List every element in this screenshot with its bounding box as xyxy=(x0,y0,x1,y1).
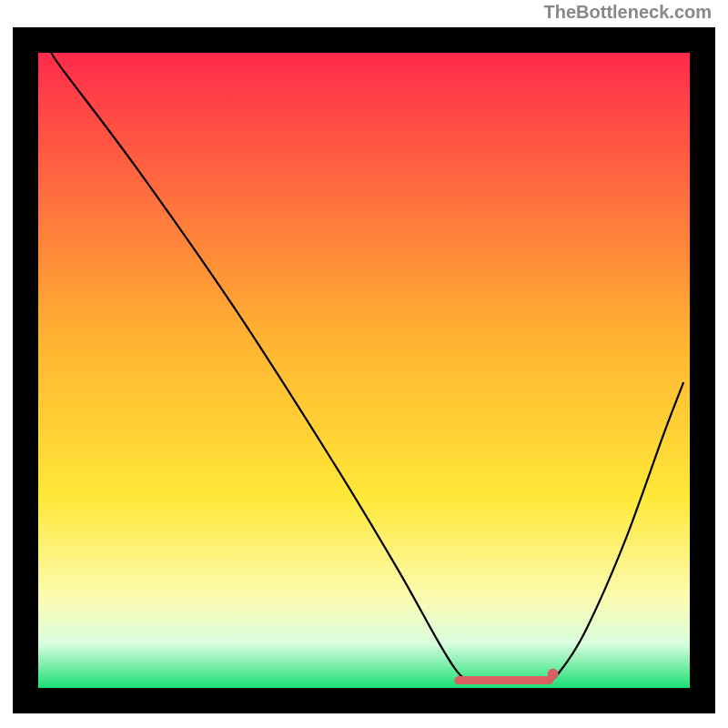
watermark-text: TheBottleneck.com xyxy=(544,2,712,23)
optimal-end-dot xyxy=(548,669,559,680)
plot-area xyxy=(25,40,703,701)
chart-container: TheBottleneck.com xyxy=(0,0,728,728)
bottleneck-curve-chart xyxy=(0,0,728,728)
svg-rect-0 xyxy=(38,53,690,688)
